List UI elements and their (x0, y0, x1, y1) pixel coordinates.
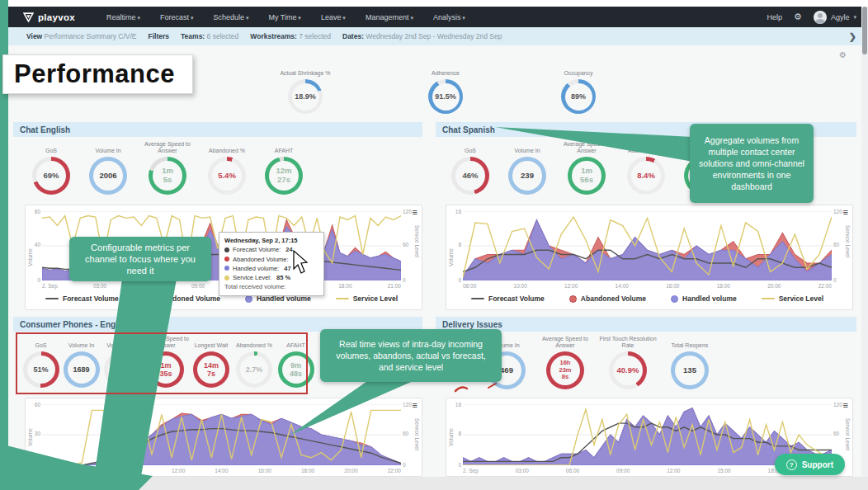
metric-label: AFAHT (276, 335, 315, 349)
kpi-occupancy: Occupancy89% (525, 63, 632, 114)
legend-handled[interactable]: Handled volume (671, 294, 737, 303)
nav-my-time[interactable]: My Time (268, 13, 300, 21)
metric-ring: 89% (561, 79, 596, 114)
legend-forecast[interactable]: Forecast Volume (471, 294, 545, 303)
metric-label: Volume In (82, 140, 134, 154)
metric-ring: 135 (671, 351, 709, 389)
chart-svg (42, 404, 401, 465)
chat-spanish-chart[interactable]: ≡ 1680 120600 08:0010:0012:0014:0016:001… (446, 205, 853, 310)
metric-ring: 38 (104, 351, 140, 388)
x-axis: 08:0010:0012:0014:0016:0018:0020:0022:00 (463, 280, 832, 290)
dashboard-settings-gear-icon[interactable]: ⚙ (839, 50, 847, 59)
view-value[interactable]: Performance Summary C/V/E (45, 32, 137, 40)
metric-label: Longest Wait (191, 335, 232, 349)
nav-analysis[interactable]: Analysis (433, 13, 465, 21)
expand-chevron-icon[interactable]: ❯ (849, 31, 856, 42)
forecast-line-swatch (45, 298, 59, 299)
gauge-afaht: AFAHT9m48s (276, 335, 315, 388)
metric-ring: 12m27s (265, 157, 303, 195)
metric-ring: 9m48s (278, 351, 314, 388)
workstreams-value[interactable]: 7 selected (299, 32, 331, 40)
gauge-longest-wait: Longest Wait14m7s (191, 335, 232, 388)
y-axis-title-volume: Volume (27, 248, 33, 266)
service-dot-icon (224, 276, 229, 280)
tooltip-row-forecast: Forecast Volume:24 (224, 245, 318, 254)
metric-ring: 239 (508, 157, 546, 195)
support-button[interactable]: ? Support (775, 454, 845, 475)
metric-label: GoS (444, 140, 497, 154)
legend-service[interactable]: Service Level (336, 294, 398, 303)
gauge-abandoned: Abandoned %5.4% (200, 140, 253, 195)
scrollbar-thumb[interactable] (862, 7, 867, 54)
view-filter-bar: View Performance Summary C/V/E Filters T… (8, 27, 868, 45)
metric-ring: 16h23m8s (546, 351, 584, 389)
metric-ring: 14m7s (193, 351, 229, 388)
metric-label: Average Speed to Answer (538, 335, 592, 349)
y-axis-right: 120600 (832, 211, 846, 280)
legend-handled[interactable]: Handled volume (245, 294, 311, 303)
support-label: Support (802, 460, 833, 469)
metric-ring: 51% (23, 351, 59, 388)
metric-ring: 5.4% (208, 157, 246, 195)
callout-aggregate-volumes: Aggregate volumes from multiple contact … (690, 124, 814, 203)
nav-schedule[interactable]: Schedule (213, 13, 248, 21)
gauge-asa: Average Speed to Answer16h23m8s (538, 335, 592, 389)
nav-leave[interactable]: Leave (321, 13, 346, 21)
legend-service[interactable]: Service Level (762, 294, 823, 303)
chat-english-metrics: GoS69% Volume In2006 Average Speed to An… (25, 140, 310, 195)
metric-label: Volume In (62, 335, 101, 349)
metric-value: 9m48s (282, 356, 310, 384)
y-axis-title-volume: Volume (448, 248, 454, 266)
chart-plot-area[interactable] (463, 404, 832, 465)
workstreams-label: Workstreams: (250, 32, 297, 40)
legend-abandoned[interactable]: Abandoned Volume (569, 294, 646, 303)
user-menu[interactable]: Agyle (814, 11, 856, 24)
metric-value: 239 (512, 161, 542, 191)
teams-value[interactable]: 6 selected (207, 32, 239, 40)
forecast-line-swatch (471, 298, 484, 299)
gauge-abandoned: Abandoned %2.7% (234, 335, 275, 388)
vertical-scrollbar[interactable] (861, 7, 868, 477)
settings-gear-icon[interactable]: ⚙ (794, 12, 802, 21)
metric-ring: 40.9% (609, 351, 647, 389)
handled-dot-icon (224, 266, 229, 271)
consumer-phones-chart[interactable]: ≡ 60300 120600 06:0008:0010:0012:0014:00… (25, 398, 422, 477)
abandoned-dot-swatch (144, 295, 151, 303)
metric-label: Average Speed to Answer (143, 335, 189, 349)
metric-value: 91.5% (432, 83, 460, 111)
legend-abandoned[interactable]: Abandoned Volume (144, 294, 220, 303)
chart-legend: Forecast Volume Abandoned Volume Handled… (449, 290, 846, 308)
metric-ring: 1m5s (149, 157, 186, 195)
gauge-volume-in: Volume In239 (501, 140, 554, 195)
tooltip-row-abandoned: Abandoned Volume:0 (224, 255, 318, 264)
top-navbar: playvox Realtime Forecast Schedule My Ti… (8, 7, 868, 27)
y-axis-title-service-level: Service Level (845, 225, 851, 257)
brand-name: playvox (38, 12, 75, 22)
metric-ring: 46% (451, 157, 489, 195)
nav-forecast[interactable]: Forecast (160, 13, 193, 21)
chart-plot-area[interactable] (463, 211, 832, 280)
playvox-logo[interactable]: playvox (23, 12, 75, 22)
metric-value: 18.9% (292, 83, 319, 111)
metric-label: Volume Out (102, 335, 141, 349)
metric-value: 1m56s (572, 161, 601, 191)
callout-real-time-views: Real time views of intra-day incoming vo… (320, 329, 502, 382)
gauge-abandoned: Abandoned %8.4% (620, 140, 672, 195)
metric-label: Abandoned % (620, 140, 672, 154)
page-title: Performance (2, 54, 193, 94)
dates-value[interactable]: Wednesday 2nd Sep - Wednesday 2nd Sep (366, 32, 502, 40)
user-avatar (814, 11, 827, 24)
nav-realtime[interactable]: Realtime (106, 13, 140, 21)
metric-value: 12m27s (269, 161, 299, 191)
metric-label: Average Speed to Answer (139, 140, 196, 154)
metric-label: AFAHT (257, 140, 310, 154)
legend-forecast[interactable]: Forecast Volume (45, 294, 119, 303)
chart-plot-area[interactable] (42, 404, 401, 465)
metric-ring: 1m56s (568, 157, 606, 195)
chart-tooltip: Wednesday, Sep 2, 17:15 Forecast Volume:… (219, 232, 324, 296)
consumer-phones-metrics: GoS51% Volume In1689 Volume Out38 Averag… (21, 335, 315, 388)
gauge-asa: Average Speed to Answer1m5s (139, 140, 196, 195)
nav-management[interactable]: Management (366, 13, 413, 21)
y-axis-left: 80400 (28, 211, 42, 280)
help-link[interactable]: Help (767, 13, 783, 21)
